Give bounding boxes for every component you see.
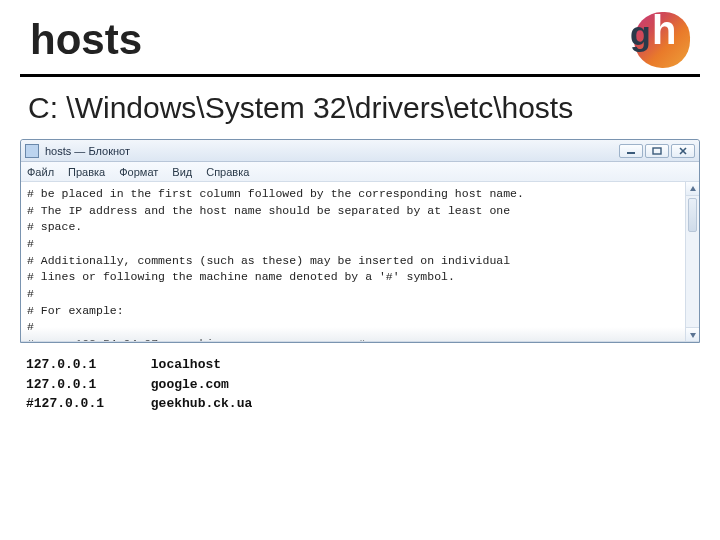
svg-rect-0 (627, 152, 635, 154)
logo-letter-h: h (652, 10, 676, 50)
maximize-button[interactable] (645, 144, 669, 158)
window-buttons (619, 144, 695, 158)
notepad-icon (25, 144, 39, 158)
chevron-down-icon (689, 331, 697, 339)
menu-edit[interactable]: Правка (68, 166, 105, 178)
minimize-icon (626, 147, 636, 155)
chevron-up-icon (689, 185, 697, 193)
svg-rect-1 (653, 148, 661, 154)
slide-header: hosts g h (20, 12, 700, 77)
scroll-down-button[interactable] (686, 327, 699, 341)
window-titlebar[interactable]: hosts — Блокнот (21, 140, 699, 162)
geekhub-logo: g h (626, 12, 690, 68)
menubar: Файл Правка Формат Вид Справка (21, 162, 699, 182)
window-title: hosts — Блокнот (45, 145, 130, 157)
close-icon (678, 147, 688, 155)
notepad-window: hosts — Блокнот Файл Правка Формат Вид С… (20, 139, 700, 343)
editor-shadow (21, 327, 685, 341)
scroll-up-button[interactable] (686, 182, 699, 196)
slide: hosts g h C: \Windows\System 32\drivers\… (0, 0, 720, 540)
hosts-entries: 127.0.0.1 localhost 127.0.0.1 google.com… (20, 343, 700, 414)
svg-marker-5 (690, 333, 696, 338)
slide-title: hosts (30, 16, 142, 64)
minimize-button[interactable] (619, 144, 643, 158)
menu-help[interactable]: Справка (206, 166, 249, 178)
menu-view[interactable]: Вид (172, 166, 192, 178)
close-button[interactable] (671, 144, 695, 158)
editor-area[interactable]: # be placed in the first column followed… (21, 182, 699, 342)
logo-letter-g: g (630, 16, 651, 50)
editor-content[interactable]: # be placed in the first column followed… (21, 182, 699, 342)
maximize-icon (652, 147, 662, 155)
file-path: C: \Windows\System 32\drivers\etc\hosts (20, 77, 700, 135)
menu-file[interactable]: Файл (27, 166, 54, 178)
svg-marker-4 (690, 186, 696, 191)
vertical-scrollbar[interactable] (685, 182, 699, 341)
scroll-thumb[interactable] (688, 198, 697, 232)
menu-format[interactable]: Формат (119, 166, 158, 178)
hosts-entries-text: 127.0.0.1 localhost 127.0.0.1 google.com… (26, 355, 694, 414)
